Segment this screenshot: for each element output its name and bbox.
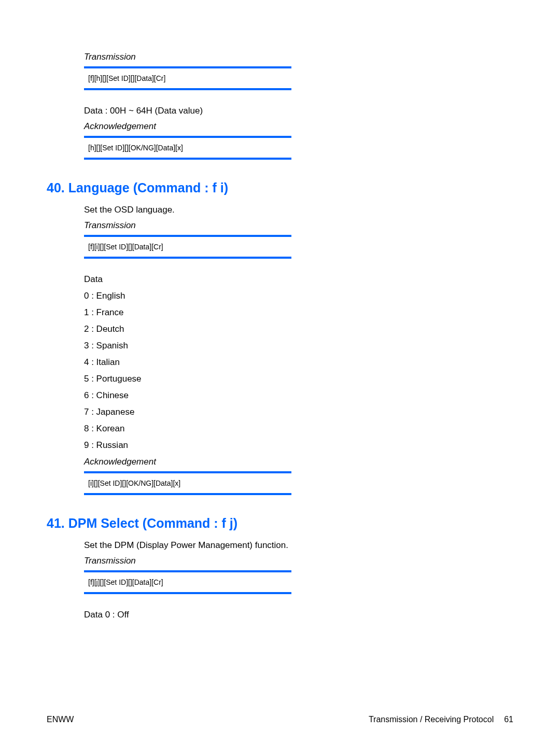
data-value-4: 4 : Italian — [84, 357, 513, 368]
transmission-label: Transmission — [84, 52, 513, 62]
footer-right: Transmission / Receiving Protocol 61 — [369, 715, 513, 724]
data-value-9: 9 : Russian — [84, 440, 513, 451]
page-content: Transmission [f][h][][Set ID][][Data][Cr… — [84, 52, 513, 160]
dpm-data-value: Data 0 : Off — [84, 610, 513, 620]
acknowledgement-label: Acknowledgement — [84, 121, 513, 132]
acknowledgement-code-box: [h][][Set ID][][OK/NG][Data][x] — [84, 136, 291, 160]
data-values-list: Data 0 : English 1 : France 2 : Deutch 3… — [84, 274, 513, 451]
footer-left: ENWW — [47, 715, 74, 724]
transmission-code-box: [f][h][][Set ID][][Data][Cr] — [84, 66, 291, 90]
section-dpm: Set the DPM (Display Power Management) f… — [84, 540, 513, 620]
section-transmission-first: Transmission [f][h][][Set ID][][Data][Cr… — [84, 52, 513, 160]
data-value-2: 2 : Deutch — [84, 324, 513, 334]
data-value-5: 5 : Portuguese — [84, 374, 513, 384]
acknowledgement-label: Acknowledgement — [84, 457, 513, 467]
data-value-6: 6 : Chinese — [84, 390, 513, 401]
footer-section-title: Transmission / Receiving Protocol — [369, 715, 494, 724]
transmission-code-box: [f][j][][Set ID][][Data][Cr] — [84, 570, 291, 594]
transmission-label: Transmission — [84, 220, 513, 231]
transmission-code: [f][i][][Set ID][][Data][Cr] — [88, 243, 163, 251]
dpm-description: Set the DPM (Display Power Management) f… — [84, 540, 513, 551]
section-heading-language: 40. Language (Command : f i) — [47, 180, 513, 195]
language-description: Set the OSD language. — [84, 205, 513, 215]
transmission-code: [f][j][][Set ID][][Data][Cr] — [88, 578, 163, 586]
transmission-code-box: [f][i][][Set ID][][Data][Cr] — [84, 235, 291, 259]
section-language: Set the OSD language. Transmission [f][i… — [84, 205, 513, 495]
page-number: 61 — [504, 715, 513, 724]
acknowledgement-code: [h][][Set ID][][OK/NG][Data][x] — [88, 144, 183, 152]
acknowledgement-code-box: [i][][Set ID][][OK/NG][Data][x] — [84, 471, 291, 495]
data-value-1: 1 : France — [84, 307, 513, 318]
data-value-7: 7 : Japanese — [84, 407, 513, 417]
data-range: Data : 00H ~ 64H (Data value) — [84, 106, 513, 116]
page-footer: ENWW Transmission / Receiving Protocol 6… — [47, 715, 513, 724]
section-heading-dpm: 41. DPM Select (Command : f j) — [47, 516, 513, 531]
data-label: Data — [84, 274, 513, 285]
transmission-code: [f][h][][Set ID][][Data][Cr] — [88, 74, 165, 82]
data-value-3: 3 : Spanish — [84, 341, 513, 351]
data-value-8: 8 : Korean — [84, 424, 513, 434]
acknowledgement-code: [i][][Set ID][][OK/NG][Data][x] — [88, 479, 180, 487]
transmission-label: Transmission — [84, 556, 513, 566]
data-value-0: 0 : English — [84, 291, 513, 301]
